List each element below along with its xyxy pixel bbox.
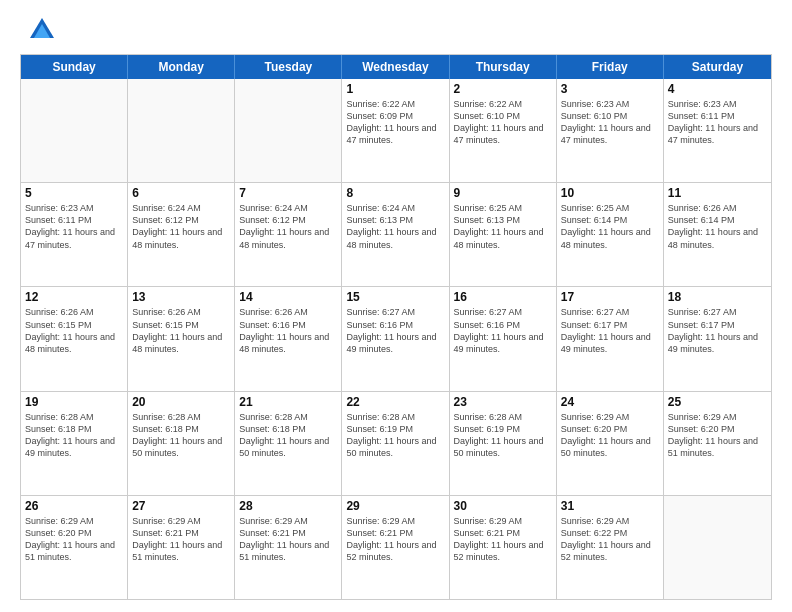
day-number: 3	[561, 82, 659, 96]
day-number: 12	[25, 290, 123, 304]
day-info: Sunrise: 6:22 AMSunset: 6:10 PMDaylight:…	[454, 98, 552, 147]
logo	[20, 16, 56, 44]
day-number: 14	[239, 290, 337, 304]
calendar-cell: 15Sunrise: 6:27 AMSunset: 6:16 PMDayligh…	[342, 287, 449, 390]
day-number: 23	[454, 395, 552, 409]
day-header-monday: Monday	[128, 55, 235, 79]
calendar-week-5: 26Sunrise: 6:29 AMSunset: 6:20 PMDayligh…	[21, 496, 771, 599]
day-number: 28	[239, 499, 337, 513]
day-info: Sunrise: 6:26 AMSunset: 6:16 PMDaylight:…	[239, 306, 337, 355]
day-number: 2	[454, 82, 552, 96]
calendar-cell: 14Sunrise: 6:26 AMSunset: 6:16 PMDayligh…	[235, 287, 342, 390]
calendar-cell: 28Sunrise: 6:29 AMSunset: 6:21 PMDayligh…	[235, 496, 342, 599]
day-number: 18	[668, 290, 767, 304]
day-number: 25	[668, 395, 767, 409]
day-number: 31	[561, 499, 659, 513]
calendar-cell: 19Sunrise: 6:28 AMSunset: 6:18 PMDayligh…	[21, 392, 128, 495]
calendar-cell: 29Sunrise: 6:29 AMSunset: 6:21 PMDayligh…	[342, 496, 449, 599]
day-info: Sunrise: 6:29 AMSunset: 6:20 PMDaylight:…	[668, 411, 767, 460]
day-number: 21	[239, 395, 337, 409]
calendar-cell: 7Sunrise: 6:24 AMSunset: 6:12 PMDaylight…	[235, 183, 342, 286]
day-number: 19	[25, 395, 123, 409]
calendar-cell: 21Sunrise: 6:28 AMSunset: 6:18 PMDayligh…	[235, 392, 342, 495]
calendar-cell: 5Sunrise: 6:23 AMSunset: 6:11 PMDaylight…	[21, 183, 128, 286]
day-number: 10	[561, 186, 659, 200]
calendar-week-2: 5Sunrise: 6:23 AMSunset: 6:11 PMDaylight…	[21, 183, 771, 287]
calendar-cell: 18Sunrise: 6:27 AMSunset: 6:17 PMDayligh…	[664, 287, 771, 390]
day-number: 1	[346, 82, 444, 96]
day-info: Sunrise: 6:29 AMSunset: 6:21 PMDaylight:…	[454, 515, 552, 564]
day-info: Sunrise: 6:28 AMSunset: 6:18 PMDaylight:…	[25, 411, 123, 460]
day-number: 26	[25, 499, 123, 513]
day-number: 20	[132, 395, 230, 409]
calendar-cell	[235, 79, 342, 182]
day-info: Sunrise: 6:27 AMSunset: 6:16 PMDaylight:…	[454, 306, 552, 355]
calendar: SundayMondayTuesdayWednesdayThursdayFrid…	[20, 54, 772, 600]
day-number: 16	[454, 290, 552, 304]
calendar-cell: 6Sunrise: 6:24 AMSunset: 6:12 PMDaylight…	[128, 183, 235, 286]
day-info: Sunrise: 6:28 AMSunset: 6:19 PMDaylight:…	[346, 411, 444, 460]
day-info: Sunrise: 6:28 AMSunset: 6:18 PMDaylight:…	[239, 411, 337, 460]
day-header-thursday: Thursday	[450, 55, 557, 79]
calendar-cell: 8Sunrise: 6:24 AMSunset: 6:13 PMDaylight…	[342, 183, 449, 286]
day-number: 29	[346, 499, 444, 513]
day-info: Sunrise: 6:24 AMSunset: 6:13 PMDaylight:…	[346, 202, 444, 251]
day-number: 7	[239, 186, 337, 200]
day-info: Sunrise: 6:29 AMSunset: 6:21 PMDaylight:…	[346, 515, 444, 564]
day-info: Sunrise: 6:29 AMSunset: 6:22 PMDaylight:…	[561, 515, 659, 564]
calendar-cell: 12Sunrise: 6:26 AMSunset: 6:15 PMDayligh…	[21, 287, 128, 390]
page-header	[20, 16, 772, 44]
day-number: 24	[561, 395, 659, 409]
day-header-wednesday: Wednesday	[342, 55, 449, 79]
calendar-cell: 16Sunrise: 6:27 AMSunset: 6:16 PMDayligh…	[450, 287, 557, 390]
day-number: 13	[132, 290, 230, 304]
calendar-cell: 27Sunrise: 6:29 AMSunset: 6:21 PMDayligh…	[128, 496, 235, 599]
calendar-cell: 9Sunrise: 6:25 AMSunset: 6:13 PMDaylight…	[450, 183, 557, 286]
calendar-week-1: 1Sunrise: 6:22 AMSunset: 6:09 PMDaylight…	[21, 79, 771, 183]
calendar-cell: 3Sunrise: 6:23 AMSunset: 6:10 PMDaylight…	[557, 79, 664, 182]
calendar-cell: 17Sunrise: 6:27 AMSunset: 6:17 PMDayligh…	[557, 287, 664, 390]
day-info: Sunrise: 6:26 AMSunset: 6:14 PMDaylight:…	[668, 202, 767, 251]
day-number: 11	[668, 186, 767, 200]
calendar-body: 1Sunrise: 6:22 AMSunset: 6:09 PMDaylight…	[21, 79, 771, 599]
calendar-cell: 20Sunrise: 6:28 AMSunset: 6:18 PMDayligh…	[128, 392, 235, 495]
day-info: Sunrise: 6:29 AMSunset: 6:21 PMDaylight:…	[132, 515, 230, 564]
calendar-cell: 13Sunrise: 6:26 AMSunset: 6:15 PMDayligh…	[128, 287, 235, 390]
calendar-week-3: 12Sunrise: 6:26 AMSunset: 6:15 PMDayligh…	[21, 287, 771, 391]
day-info: Sunrise: 6:25 AMSunset: 6:14 PMDaylight:…	[561, 202, 659, 251]
day-number: 9	[454, 186, 552, 200]
day-header-tuesday: Tuesday	[235, 55, 342, 79]
calendar-cell: 26Sunrise: 6:29 AMSunset: 6:20 PMDayligh…	[21, 496, 128, 599]
day-info: Sunrise: 6:23 AMSunset: 6:11 PMDaylight:…	[25, 202, 123, 251]
day-header-saturday: Saturday	[664, 55, 771, 79]
calendar-cell	[664, 496, 771, 599]
day-number: 5	[25, 186, 123, 200]
calendar-cell: 1Sunrise: 6:22 AMSunset: 6:09 PMDaylight…	[342, 79, 449, 182]
day-info: Sunrise: 6:26 AMSunset: 6:15 PMDaylight:…	[132, 306, 230, 355]
day-number: 30	[454, 499, 552, 513]
day-number: 6	[132, 186, 230, 200]
logo-icon	[28, 16, 56, 44]
day-info: Sunrise: 6:28 AMSunset: 6:18 PMDaylight:…	[132, 411, 230, 460]
calendar-cell	[21, 79, 128, 182]
day-info: Sunrise: 6:22 AMSunset: 6:09 PMDaylight:…	[346, 98, 444, 147]
day-info: Sunrise: 6:23 AMSunset: 6:10 PMDaylight:…	[561, 98, 659, 147]
day-info: Sunrise: 6:27 AMSunset: 6:17 PMDaylight:…	[668, 306, 767, 355]
day-number: 8	[346, 186, 444, 200]
calendar-cell	[128, 79, 235, 182]
calendar-week-4: 19Sunrise: 6:28 AMSunset: 6:18 PMDayligh…	[21, 392, 771, 496]
day-info: Sunrise: 6:25 AMSunset: 6:13 PMDaylight:…	[454, 202, 552, 251]
calendar-cell: 2Sunrise: 6:22 AMSunset: 6:10 PMDaylight…	[450, 79, 557, 182]
day-info: Sunrise: 6:27 AMSunset: 6:16 PMDaylight:…	[346, 306, 444, 355]
calendar-cell: 10Sunrise: 6:25 AMSunset: 6:14 PMDayligh…	[557, 183, 664, 286]
day-number: 22	[346, 395, 444, 409]
day-number: 27	[132, 499, 230, 513]
day-info: Sunrise: 6:26 AMSunset: 6:15 PMDaylight:…	[25, 306, 123, 355]
calendar-cell: 30Sunrise: 6:29 AMSunset: 6:21 PMDayligh…	[450, 496, 557, 599]
day-info: Sunrise: 6:24 AMSunset: 6:12 PMDaylight:…	[239, 202, 337, 251]
day-info: Sunrise: 6:27 AMSunset: 6:17 PMDaylight:…	[561, 306, 659, 355]
calendar-cell: 25Sunrise: 6:29 AMSunset: 6:20 PMDayligh…	[664, 392, 771, 495]
day-info: Sunrise: 6:23 AMSunset: 6:11 PMDaylight:…	[668, 98, 767, 147]
day-info: Sunrise: 6:29 AMSunset: 6:21 PMDaylight:…	[239, 515, 337, 564]
calendar-cell: 11Sunrise: 6:26 AMSunset: 6:14 PMDayligh…	[664, 183, 771, 286]
